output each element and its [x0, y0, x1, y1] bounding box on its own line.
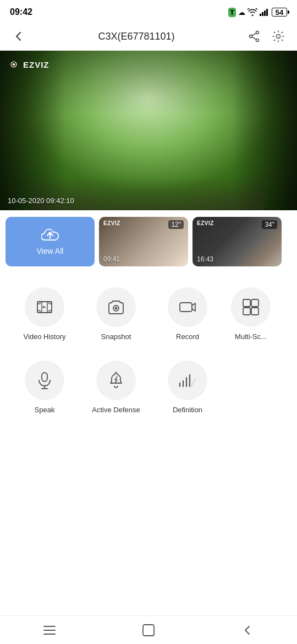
settings-button[interactable]: [268, 26, 288, 46]
svg-point-6: [256, 39, 259, 42]
svg-rect-33: [143, 625, 154, 636]
bottom-nav-bar: [0, 615, 297, 644]
svg-point-4: [256, 31, 259, 34]
view-all-button[interactable]: View All: [6, 217, 95, 266]
svg-rect-17: [49, 310, 52, 313]
svg-point-21: [115, 307, 118, 310]
wifi-icon: [248, 8, 257, 16]
snapshot-button[interactable]: Snapshot: [80, 283, 152, 345]
svg-rect-0: [260, 14, 261, 16]
svg-line-7: [252, 33, 256, 36]
film-icon: [35, 298, 54, 316]
svg-rect-23: [243, 299, 250, 307]
function-row-2: Speak Active Defense: [0, 351, 297, 424]
page-title: C3X(E67781101): [29, 31, 244, 42]
battery-indicator: 54: [272, 8, 287, 17]
thumb-duration-1: 34": [262, 220, 277, 229]
svg-line-8: [252, 37, 256, 40]
svg-point-9: [277, 35, 280, 39]
record-button[interactable]: Record: [152, 283, 223, 345]
svg-rect-27: [42, 373, 47, 381]
svg-rect-25: [243, 308, 250, 315]
multi-screen-label: Multi-Sc...: [235, 332, 267, 341]
svg-rect-3: [266, 9, 268, 16]
menu-button[interactable]: [33, 619, 66, 641]
cloud-icon: ☁: [238, 8, 245, 17]
svg-point-12: [13, 63, 15, 66]
home-icon: [141, 623, 156, 637]
video-history-icon-circle: [25, 287, 64, 327]
speak-icon-circle: [25, 361, 64, 400]
function-row-1: Video History Snapshot Record: [0, 277, 297, 351]
record-label: Record: [176, 332, 199, 341]
snapshot-label: Snapshot: [101, 332, 131, 341]
speak-label: Speak: [35, 406, 55, 414]
share-button[interactable]: [244, 26, 264, 46]
svg-rect-14: [37, 302, 40, 304]
active-defense-label: Active Defense: [92, 406, 140, 414]
video-history-label: Video History: [23, 332, 65, 341]
thumb-duration-0: 12": [168, 220, 184, 229]
function-grid: Video History Snapshot Record: [0, 273, 297, 424]
video-history-button[interactable]: Video History: [9, 283, 80, 345]
camera-feed[interactable]: EZVIZ 10-05-2020 09:42:10: [0, 51, 297, 210]
thumb-time-0: 09:41: [103, 255, 120, 263]
svg-rect-1: [262, 12, 263, 16]
svg-rect-16: [37, 310, 40, 313]
svg-rect-24: [251, 299, 258, 307]
record-icon-circle: [168, 287, 207, 327]
notification-badge: T: [228, 8, 236, 17]
nav-right-icons: [244, 26, 288, 46]
definition-icon-circle: [168, 361, 207, 400]
snapshot-icon-circle: [96, 287, 136, 327]
menu-icon: [42, 624, 57, 636]
signal-icon: [260, 8, 270, 16]
back-nav-button[interactable]: [231, 619, 264, 641]
camera-icon: [107, 298, 125, 316]
thumb-brand-1: EZVIZ: [197, 220, 214, 226]
status-time: 09:42: [10, 7, 32, 17]
svg-rect-15: [49, 302, 52, 304]
speak-button[interactable]: Speak: [9, 356, 80, 418]
svg-rect-2: [264, 10, 266, 16]
ezviz-logo: EZVIZ: [8, 58, 50, 70]
definition-label: Definition: [173, 406, 202, 414]
status-icons: T ☁ 54: [228, 8, 287, 17]
status-bar: 09:42 T ☁ 54: [0, 0, 297, 22]
active-defense-icon-circle: [96, 361, 136, 400]
active-defense-button[interactable]: Active Defense: [80, 356, 152, 418]
thumb-brand-0: EZVIZ: [103, 220, 120, 226]
svg-rect-22: [180, 303, 192, 312]
mic-icon: [35, 371, 54, 390]
ezviz-brand-text: EZVIZ: [23, 60, 50, 69]
thumbnail-row: View All EZVIZ 12" 09:41 EZVIZ 34" 16:43: [0, 210, 297, 273]
multiscreen-icon-circle: [231, 287, 271, 327]
definition-button[interactable]: Definition: [152, 356, 223, 418]
record-icon: [178, 298, 197, 316]
back-button[interactable]: [9, 26, 29, 46]
thumbnail-item-1[interactable]: EZVIZ 34" 16:43: [193, 217, 282, 266]
camera-timestamp: 10-05-2020 09:42:10: [8, 197, 74, 205]
multiscreen-icon: [241, 298, 260, 316]
back-nav-icon: [241, 624, 254, 636]
svg-point-5: [250, 35, 252, 38]
top-nav: C3X(E67781101): [0, 22, 297, 51]
view-all-label: View All: [37, 247, 64, 255]
multi-screen-button[interactable]: Multi-Sc...: [223, 283, 278, 345]
thumb-time-1: 16:43: [197, 255, 213, 263]
active-defense-icon: [107, 371, 125, 390]
home-button[interactable]: [132, 619, 165, 641]
ezviz-logo-icon: [8, 58, 20, 70]
definition-icon: [178, 371, 197, 390]
thumbnail-item-0[interactable]: EZVIZ 12" 09:41: [99, 217, 188, 266]
svg-rect-26: [251, 308, 258, 315]
cloud-upload-icon: [41, 228, 59, 243]
